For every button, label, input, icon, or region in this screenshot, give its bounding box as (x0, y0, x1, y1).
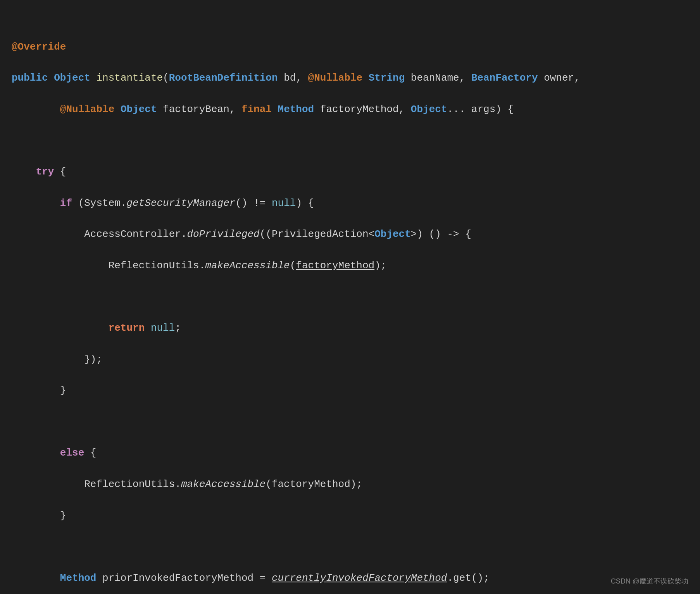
line-reflection2: ReflectionUtils.makeAccessible(factoryMe… (12, 477, 688, 492)
line-close1: } (12, 383, 688, 398)
line-method-prior: Method priorInvokedFactoryMethod = curre… (12, 570, 688, 586)
line-close-lambda: }); (12, 352, 688, 367)
line-blank3 (12, 414, 688, 430)
line-try: try { (12, 164, 688, 180)
watermark: CSDN @魔道不误砍柴功 (611, 576, 688, 587)
line-else: else { (12, 445, 688, 461)
line-blank2 (12, 289, 688, 304)
line-access-controller: AccessController.doPrivileged((Privilege… (12, 226, 688, 242)
annotation-override: @Override (12, 41, 66, 53)
code-block: @Override public Object instantiate(Root… (12, 8, 688, 594)
line-override: @Override (12, 39, 688, 55)
line-if-security: if (System.getSecurityManager() != null)… (12, 195, 688, 211)
line-params: @Nullable Object factoryBean, final Meth… (12, 102, 688, 117)
line-reflection-make: ReflectionUtils.makeAccessible(factoryMe… (12, 258, 688, 273)
line-blank1 (12, 133, 688, 148)
line-close2: } (12, 508, 688, 523)
line-blank4 (12, 539, 688, 554)
line-public-method: public Object instantiate(RootBeanDefini… (12, 70, 688, 86)
line-return-null: return null; (12, 320, 688, 336)
